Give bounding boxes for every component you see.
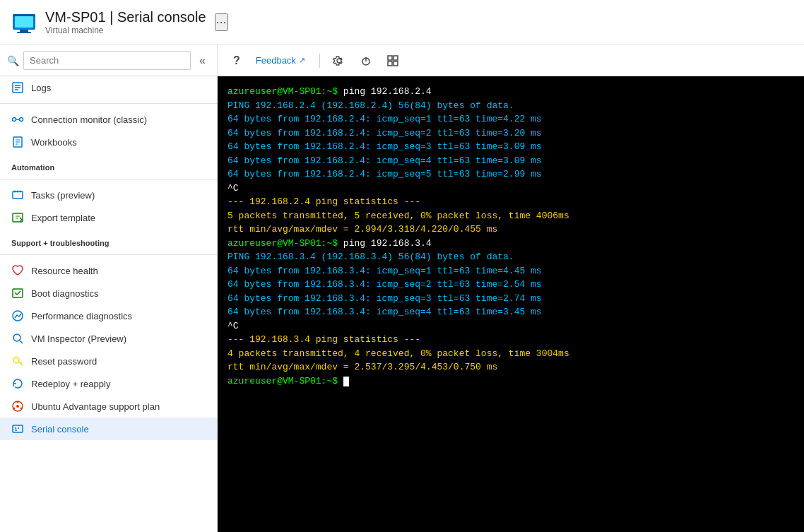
sidebar-item-label: Reset password [31,356,97,367]
svg-rect-2 [20,30,28,32]
sidebar-item-label: Resource health [31,266,98,276]
sidebar-item-redeploy-reapply[interactable]: Redeploy + reapply [0,372,217,395]
sidebar-item-label: Redeploy + reapply [31,379,110,389]
terminal-line: 64 bytes from 192.168.3.4: icmp_seq=2 tt… [227,278,794,292]
ubuntu-icon [11,400,24,413]
search-input[interactable] [23,51,191,70]
terminal-line: 64 bytes from 192.168.2.4: icmp_seq=2 tt… [227,126,794,141]
sidebar-item-serial-console[interactable]: Serial console [0,418,217,440]
sidebar-item-tasks[interactable]: Tasks (preview) [0,184,217,206]
perf-icon [11,309,24,322]
terminal-line: 64 bytes from 192.168.3.4: icmp_seq=1 tt… [227,264,794,278]
feedback-button[interactable]: Feedback ↗ [250,52,311,69]
sidebar-item-workbooks[interactable]: Workbooks [0,131,217,153]
tasks-icon [11,189,24,201]
svg-point-10 [20,118,23,122]
svg-point-19 [20,191,22,193]
terminal-line: 64 bytes from 192.168.3.4: icmp_seq=4 tt… [227,305,794,319]
redeploy-icon [11,377,24,390]
grid-icon [386,54,399,67]
sidebar-item-label: Performance diagnostics [31,311,132,321]
heart-icon [11,264,24,277]
svg-point-9 [13,118,16,122]
sidebar-item-vm-inspector[interactable]: VM Inspector (Preview) [0,327,217,350]
settings-icon [333,54,345,67]
sidebar-item-boot-diagnostics[interactable]: Boot diagnostics [0,282,217,305]
terminal-line: 64 bytes from 192.168.2.4: icmp_seq=4 tt… [227,154,794,168]
sidebar-item-reset-password[interactable]: Reset password [0,350,217,372]
svg-rect-1 [15,16,33,28]
svg-line-26 [20,341,23,343]
collapse-button[interactable]: « [195,53,210,69]
svg-point-17 [14,191,16,193]
terminal-line: 5 packets transmitted, 5 received, 0% pa… [227,209,794,223]
settings-button[interactable] [329,52,350,70]
toolbar: ? Feedback ↗ [218,45,804,76]
svg-rect-41 [388,56,392,60]
header-title-block: VM-SP01 | Serial console Virtual machine [45,9,206,35]
divider-2 [0,179,217,179]
serial-icon [11,422,24,435]
key-icon [11,355,24,367]
svg-point-31 [16,405,19,408]
svg-rect-4 [13,14,35,16]
sidebar-item-connection-monitor[interactable]: Connection monitor (classic) [0,108,217,131]
terminal-line: rtt min/avg/max/mdev = 2.537/3.295/4.453… [227,360,794,374]
content-area: ? Feedback ↗ azureuser@VM-SP01:~$ ping 1… [218,45,804,532]
sidebar-item-label: Boot diagnostics [31,288,98,299]
sidebar-item-label: Logs [31,83,51,93]
sidebar-item-logs[interactable]: Logs [0,76,217,99]
terminal-line: --- 192.168.3.4 ping statistics --- [227,333,794,347]
sidebar-item-export-template[interactable]: Export template [0,206,217,229]
sidebar-item-label: VM Inspector (Preview) [31,333,126,344]
terminal-line: 64 bytes from 192.168.3.4: icmp_seq=3 tt… [227,292,794,306]
sidebar-item-label: Export template [31,213,95,223]
sidebar: 🔍 « Logs Connection monitor (classic) Wo… [0,45,218,532]
export-icon [11,211,24,224]
power-icon [360,54,372,67]
help-button[interactable]: ? [229,52,244,70]
page-subtitle: Virtual machine [45,25,206,35]
sidebar-item-label: Workbooks [31,137,77,148]
sidebar-item-label: Tasks (preview) [31,190,95,201]
boot-icon [11,287,24,300]
terminal-line: PING 192.168.2.4 (192.168.2.4) 56(84) by… [227,99,794,113]
more-options-button[interactable]: ··· [215,13,228,31]
terminal-line: --- 192.168.2.4 ping statistics --- [227,195,794,209]
sidebar-search-container: 🔍 « [0,45,217,76]
page-title: VM-SP01 | Serial console [45,9,206,25]
header: VM-SP01 | Serial console Virtual machine… [0,0,804,45]
sidebar-item-label: Serial console [31,424,89,435]
support-section-label: Support + troubleshooting [0,229,217,250]
terminal-line: azureuser@VM-SP01:~$ ping 192.168.3.4 [227,237,794,251]
svg-point-25 [13,334,20,341]
sidebar-item-label: Connection monitor (classic) [31,114,147,125]
external-link-icon: ↗ [299,56,305,65]
svg-rect-43 [388,61,392,66]
vm-icon [11,10,37,35]
power-button[interactable] [355,52,377,70]
terminal-line: 64 bytes from 192.168.2.4: icmp_seq=5 tt… [227,167,794,182]
sidebar-item-label: Ubuntu Advantage support plan [31,401,160,412]
sidebar-item-resource-health[interactable]: Resource health [0,259,217,282]
toolbar-divider-1 [319,54,320,68]
sidebar-item-performance-diagnostics[interactable]: Performance diagnostics [0,305,217,327]
svg-rect-42 [394,56,398,60]
grid-button[interactable] [382,52,403,70]
terminal-line: 4 packets transmitted, 4 received, 0% pa… [227,347,794,361]
svg-rect-35 [13,425,23,432]
sidebar-item-ubuntu-advantage[interactable]: Ubuntu Advantage support plan [0,395,217,418]
automation-section-label: Automation [0,153,217,175]
connection-icon [11,113,24,126]
svg-rect-44 [394,61,398,66]
terminal[interactable]: azureuser@VM-SP01:~$ ping 192.168.2.4PIN… [218,76,804,532]
divider-3 [0,254,217,255]
terminal-line: azureuser@VM-SP01:~$ [227,374,794,389]
divider-1 [0,103,217,104]
svg-point-32 [17,401,19,403]
svg-rect-3 [17,32,31,33]
terminal-line: rtt min/avg/max/mdev = 2.994/3.318/4.220… [227,223,794,237]
logs-icon [11,81,24,94]
main-layout: 🔍 « Logs Connection monitor (classic) Wo… [0,45,804,532]
terminal-line: PING 192.168.3.4 (192.168.3.4) 56(84) by… [227,250,794,264]
